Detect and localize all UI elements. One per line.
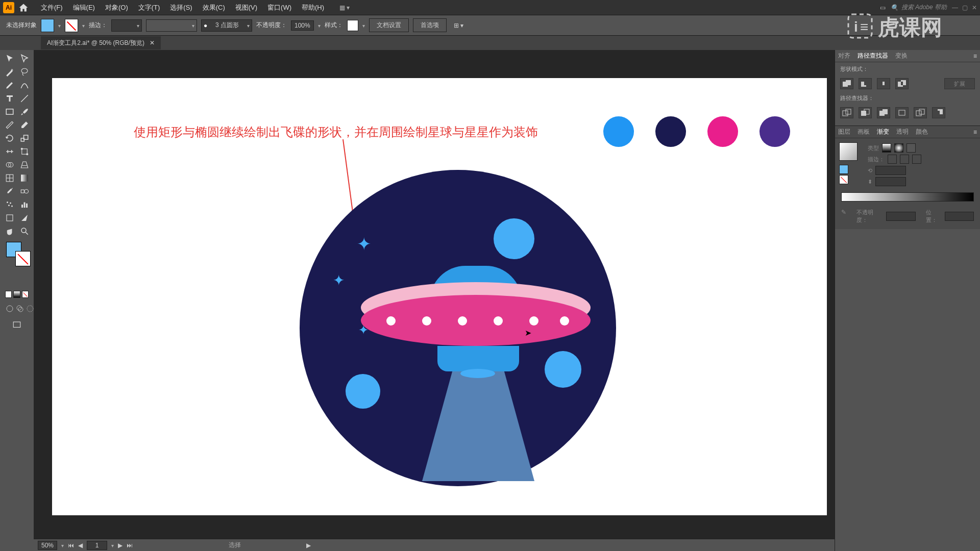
curvature-tool[interactable] xyxy=(18,80,31,91)
draw-normal-icon[interactable] xyxy=(5,303,14,314)
minus-front-icon[interactable] xyxy=(859,78,872,89)
crop-icon[interactable] xyxy=(895,107,909,118)
nav-prev-icon[interactable]: ◀ xyxy=(78,542,83,549)
close-icon[interactable]: ✕ xyxy=(972,4,977,11)
tab-layers[interactable]: 图层 xyxy=(838,128,850,136)
stroke-variable-dropdown[interactable] xyxy=(146,19,197,32)
exclude-icon[interactable] xyxy=(895,78,909,89)
color-mode-swatch[interactable] xyxy=(5,291,12,298)
tab-gradient[interactable]: 渐变 xyxy=(877,128,889,136)
tab-transform[interactable]: 变换 xyxy=(895,52,908,60)
gradient-stroke-swatch[interactable] xyxy=(839,175,848,184)
stroke-color-swatch[interactable] xyxy=(65,19,78,32)
merge-icon[interactable] xyxy=(877,107,890,118)
tab-align[interactable]: 对齐 xyxy=(838,52,850,60)
panel-menu-icon[interactable]: ≡ xyxy=(973,53,977,60)
stroke-gradient-opt3[interactable] xyxy=(912,155,921,164)
graphic-style-swatch[interactable] xyxy=(347,20,358,31)
document-tab[interactable]: AI渐变工具2.ai* @ 50% (RGB/预览) ✕ xyxy=(41,36,161,49)
stroke-weight-dropdown[interactable] xyxy=(111,19,142,32)
tab-color[interactable]: 颜色 xyxy=(916,128,928,136)
mesh-tool[interactable] xyxy=(3,172,16,184)
gradient-slider[interactable] xyxy=(841,192,974,202)
eyedropper-tool[interactable] xyxy=(3,186,16,197)
tab-transparency[interactable]: 透明 xyxy=(896,128,909,136)
artboard-number[interactable]: 1 xyxy=(87,541,107,550)
trim-icon[interactable] xyxy=(859,107,872,118)
scale-tool[interactable] xyxy=(18,133,31,144)
canvas-area[interactable]: 使用矩形与椭圆继续绘制出飞碟的形状，并在周围绘制星球与星星作为装饰 ✦ ✦ ✦ xyxy=(34,50,835,551)
artboard-tool[interactable] xyxy=(3,212,16,223)
screen-mode-icon[interactable] xyxy=(10,319,23,331)
line-tool[interactable] xyxy=(18,93,31,104)
panel-menu-icon[interactable]: ≡ xyxy=(973,129,977,136)
menu-select[interactable]: 选择(S) xyxy=(165,3,197,12)
menu-help[interactable]: 帮助(H) xyxy=(297,3,329,12)
nav-next-icon[interactable]: ▶ xyxy=(118,542,122,549)
menu-type[interactable]: 文字(T) xyxy=(133,3,165,12)
gradient-position-input[interactable] xyxy=(945,212,974,221)
minus-back-icon[interactable] xyxy=(932,107,945,118)
outline-icon[interactable] xyxy=(914,107,927,118)
symbol-sprayer-tool[interactable] xyxy=(3,199,16,210)
shaper-tool[interactable] xyxy=(3,119,16,131)
unite-icon[interactable] xyxy=(840,78,853,89)
gradient-aspect-input[interactable] xyxy=(875,177,906,186)
align-to-icon[interactable]: ⊞ ▾ xyxy=(454,22,463,29)
radial-gradient-icon[interactable] xyxy=(894,143,903,153)
draw-behind-icon[interactable] xyxy=(15,303,24,314)
rotate-tool[interactable] xyxy=(3,133,16,144)
shape-builder-tool[interactable] xyxy=(3,159,16,170)
blend-tool[interactable] xyxy=(18,186,31,197)
opacity-value[interactable]: 100% xyxy=(291,20,314,31)
eyedropper-icon[interactable]: ✎ xyxy=(841,209,846,224)
gradient-opacity-input[interactable] xyxy=(886,212,915,221)
menu-view[interactable]: 视图(V) xyxy=(230,3,262,12)
play-icon[interactable]: ▶ xyxy=(306,542,311,549)
stroke-gradient-opt2[interactable] xyxy=(900,155,909,164)
menu-window[interactable]: 窗口(W) xyxy=(262,3,297,12)
linear-gradient-icon[interactable] xyxy=(882,143,891,153)
gradient-fill-swatch[interactable] xyxy=(839,165,848,174)
graph-tool[interactable] xyxy=(18,199,31,210)
paintbrush-tool[interactable] xyxy=(18,106,31,117)
eraser-tool[interactable] xyxy=(18,119,31,131)
menu-file[interactable]: 文件(F) xyxy=(36,3,68,12)
freeform-gradient-icon[interactable] xyxy=(906,143,916,153)
width-tool[interactable] xyxy=(3,146,16,157)
slice-tool[interactable] xyxy=(18,212,31,223)
preferences-button[interactable]: 首选项 xyxy=(413,18,447,32)
maximize-icon[interactable]: ▢ xyxy=(962,4,968,11)
none-mode-swatch[interactable] xyxy=(22,291,29,298)
type-tool[interactable] xyxy=(3,93,16,104)
hand-tool[interactable] xyxy=(3,226,16,237)
close-tab-icon[interactable]: ✕ xyxy=(150,39,155,46)
tab-artboards[interactable]: 画板 xyxy=(857,128,870,136)
intersect-icon[interactable] xyxy=(877,78,890,89)
perspective-tool[interactable] xyxy=(18,159,31,170)
menu-edit[interactable]: 编辑(E) xyxy=(68,3,100,12)
fill-color-swatch[interactable] xyxy=(41,19,54,32)
zoom-level[interactable]: 50% xyxy=(38,541,57,550)
menu-object[interactable]: 对象(O) xyxy=(100,3,133,12)
lasso-tool[interactable] xyxy=(18,66,31,78)
direct-selection-tool[interactable] xyxy=(18,53,31,64)
gradient-mode-swatch[interactable] xyxy=(13,291,20,298)
home-icon[interactable] xyxy=(18,3,29,13)
document-setup-button[interactable]: 文档设置 xyxy=(369,18,409,32)
gradient-tool[interactable] xyxy=(18,172,31,184)
menu-effect[interactable]: 效果(C) xyxy=(198,3,230,12)
pen-tool[interactable] xyxy=(3,80,16,91)
fill-stroke-indicator[interactable] xyxy=(2,242,32,272)
expand-button[interactable]: 扩展 xyxy=(944,78,975,89)
artboard[interactable]: 使用矩形与椭圆继续绘制出飞碟的形状，并在周围绘制星球与星星作为装饰 ✦ ✦ ✦ xyxy=(52,78,827,515)
zoom-tool[interactable] xyxy=(18,226,31,237)
stroke-gradient-opt1[interactable] xyxy=(888,155,897,164)
nav-first-icon[interactable]: ⏮ xyxy=(68,542,74,549)
gradient-preview[interactable] xyxy=(839,142,857,161)
selection-tool[interactable] xyxy=(3,53,16,64)
nav-last-icon[interactable]: ⏭ xyxy=(127,542,133,549)
tab-pathfinder[interactable]: 路径查找器 xyxy=(857,52,888,60)
rectangle-tool[interactable] xyxy=(3,106,16,117)
gradient-angle-input[interactable] xyxy=(875,166,906,175)
